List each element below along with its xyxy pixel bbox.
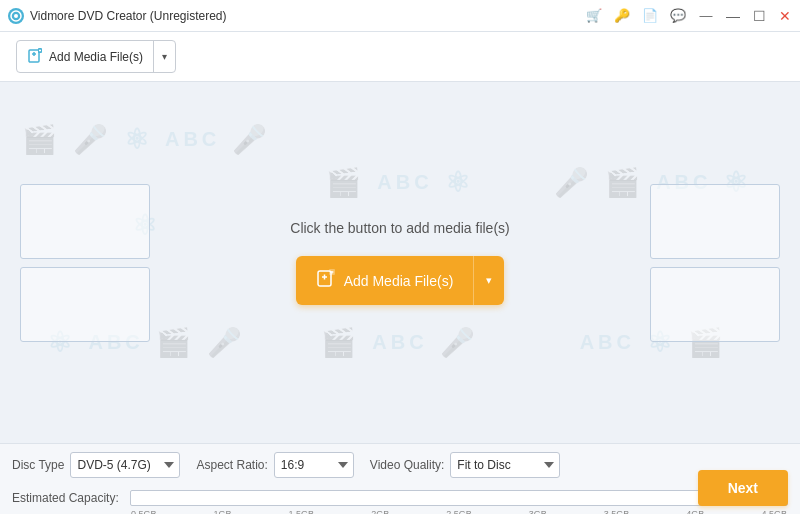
toolbar: Add Media File(s) ▾ — [0, 32, 800, 82]
thumb-box-top-left — [20, 184, 150, 259]
center-prompt-text: Click the button to add media file(s) — [290, 220, 509, 236]
estimated-capacity-label: Estimated Capacity: — [12, 491, 122, 505]
mic-icon-3: 🎤 — [554, 166, 593, 199]
chat-icon[interactable]: 💬 — [670, 8, 686, 24]
app-icon — [8, 8, 24, 24]
film-icon-4: 🎬 — [156, 326, 195, 359]
thumb-box-bottom-right — [650, 267, 780, 342]
atom-icon-3: ⚛ — [445, 166, 474, 199]
film-icon-1: 🎬 — [22, 123, 61, 156]
add-media-icon — [27, 47, 43, 66]
center-panel: Click the button to add media file(s) Ad… — [290, 220, 509, 305]
disc-type-group: Disc Type DVD-5 (4.7G) DVD-9 (8.5G) BD-2… — [12, 452, 180, 478]
mic-icon-1: 🎤 — [73, 123, 112, 156]
bottom-wrapper: Disc Type DVD-5 (4.7G) DVD-9 (8.5G) BD-2… — [0, 444, 800, 514]
video-quality-label: Video Quality: — [370, 458, 445, 472]
settings-icon[interactable]: — — [698, 8, 714, 24]
add-media-large-icon — [316, 268, 336, 293]
key-icon[interactable]: 🔑 — [614, 8, 630, 24]
title-bar-left: Vidmore DVD Creator (Unregistered) — [8, 8, 227, 24]
title-bar: Vidmore DVD Creator (Unregistered) 🛒 🔑 📄… — [0, 0, 800, 32]
thumb-box-top-right — [650, 184, 780, 259]
aspect-ratio-select[interactable]: 16:9 4:3 — [274, 452, 354, 478]
add-media-large-label: Add Media File(s) — [344, 273, 454, 289]
maximize-button[interactable]: ☐ — [752, 9, 766, 23]
titlebar-icons: 🛒 🔑 📄 💬 — — ☐ ✕ — [586, 8, 792, 24]
mic-icon-4: 🎤 — [207, 326, 246, 359]
add-media-large-dropdown-arrow[interactable]: ▾ — [474, 262, 504, 299]
capacity-row: Estimated Capacity: 0.5GB 1GB 1.5GB 2GB … — [0, 486, 800, 514]
cart-icon[interactable]: 🛒 — [586, 8, 602, 24]
video-quality-group: Video Quality: Fit to Disc High Quality … — [370, 452, 561, 478]
add-media-btn-label: Add Media File(s) — [49, 50, 143, 64]
next-button[interactable]: Next — [698, 470, 788, 506]
add-media-dropdown-arrow[interactable]: ▾ — [154, 45, 175, 68]
disc-type-label: Disc Type — [12, 458, 64, 472]
thumb-box-bottom-left — [20, 267, 150, 342]
add-media-large-button[interactable]: Add Media File(s) ▾ — [296, 256, 505, 305]
mic-icon-2: 🎤 — [232, 123, 271, 156]
add-media-button[interactable]: Add Media File(s) ▾ — [16, 40, 176, 73]
video-quality-select[interactable]: Fit to Disc High Quality Medium Quality … — [450, 452, 560, 478]
film-icon-2: 🎬 — [326, 166, 365, 199]
page-icon[interactable]: 📄 — [642, 8, 658, 24]
aspect-ratio-group: Aspect Ratio: 16:9 4:3 — [196, 452, 353, 478]
disc-type-select[interactable]: DVD-5 (4.7G) DVD-9 (8.5G) BD-25 (25G) BD… — [70, 452, 180, 478]
film-icon-5: 🎬 — [321, 326, 360, 359]
svg-point-1 — [14, 14, 18, 18]
add-media-large-main[interactable]: Add Media File(s) — [296, 256, 475, 305]
mic-icon-5: 🎤 — [440, 326, 479, 359]
right-thumbnail-panel — [650, 184, 780, 342]
left-thumbnail-panel — [20, 184, 150, 342]
capacity-bar-container: 0.5GB 1GB 1.5GB 2GB 2.5GB 3GB 3.5GB 4GB … — [130, 490, 788, 506]
main-content: 🎬 🎤 ⚛ ABC 🎤 ⚛ 🎬 ABC ⚛ 🎤 🎬 ABC ⚛ ⚛ ABC 🎬 … — [0, 82, 800, 443]
bottom-controls: Disc Type DVD-5 (4.7G) DVD-9 (8.5G) BD-2… — [0, 444, 800, 486]
film-icon-3: 🎬 — [605, 166, 644, 199]
add-media-btn-main[interactable]: Add Media File(s) — [17, 41, 154, 72]
atom-icon-1: ⚛ — [124, 123, 153, 156]
close-button[interactable]: ✕ — [778, 9, 792, 23]
minimize-button[interactable]: — — [726, 9, 740, 23]
bottom-bar: Disc Type DVD-5 (4.7G) DVD-9 (8.5G) BD-2… — [0, 443, 800, 514]
aspect-ratio-label: Aspect Ratio: — [196, 458, 267, 472]
next-button-container: Next — [698, 470, 788, 506]
capacity-markers: 0.5GB 1GB 1.5GB 2GB 2.5GB 3GB 3.5GB 4GB … — [131, 509, 787, 514]
app-title: Vidmore DVD Creator (Unregistered) — [30, 9, 227, 23]
